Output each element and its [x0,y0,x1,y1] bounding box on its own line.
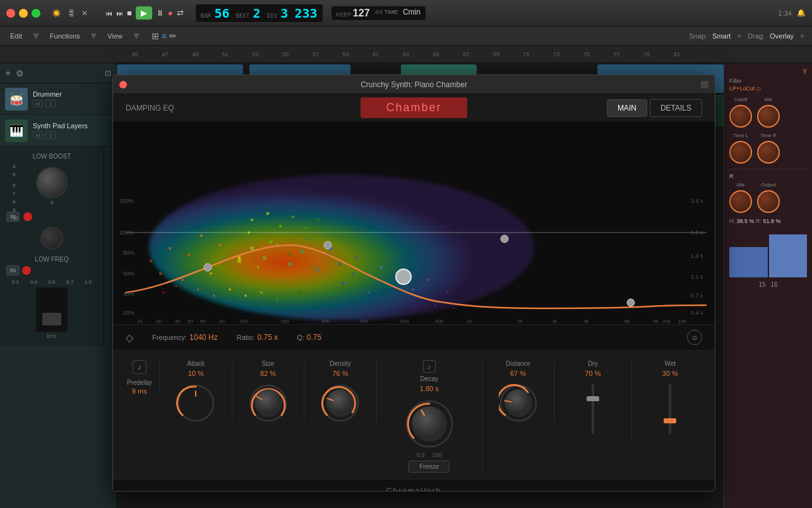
svg-point-67 [627,299,635,306]
main-btn[interactable]: MAIN [607,99,647,117]
stop-btn[interactable]: ■ [127,8,132,18]
plugin-close-btn[interactable] [119,81,127,88]
svg-point-46 [296,295,297,297]
record-indicator[interactable] [23,212,32,221]
wet-slider-thumb[interactable] [664,418,676,423]
density-value: 76 % [332,370,348,377]
view-menu[interactable]: View [104,31,126,41]
time-r-knob[interactable] [757,141,780,164]
traffic-lights [6,9,40,18]
controls-row: ♪ Predelay 9 ms Attack 10 % [113,351,715,479]
snap-value[interactable]: Smart [712,32,731,40]
minimize-icon[interactable] [19,9,28,18]
settings-circle-btn[interactable]: ⊙ [687,330,702,345]
output-group: Output [757,182,780,213]
functions-menu[interactable]: Functions [46,31,84,41]
predelay-note-btn[interactable]: ♪ [133,360,146,374]
right-toolbar: 1:34 🔔 [779,9,806,17]
r-value: 51.8 % [763,218,781,224]
record-btn[interactable]: ● [168,8,173,18]
plugin-header: Crunchy Synth: Piano Chamber [113,75,715,94]
maximize-icon[interactable] [32,9,40,18]
svg-point-10 [238,257,241,260]
dry-slider-thumb[interactable] [587,396,599,401]
density-label: Density [330,360,350,367]
fast-forward-btn[interactable]: ⏭ [116,9,123,17]
add-track-btn[interactable]: + [5,68,11,79]
synth-mute[interactable]: M [33,131,43,139]
mix-knob[interactable] [757,105,780,128]
collapse-btn[interactable]: ⊡ [105,69,111,78]
r-label: R [729,173,807,179]
beat-display: BEAT 2 [236,6,261,21]
record-indicator-2[interactable] [22,266,31,275]
svg-text:300: 300 [321,318,330,324]
damping-eq-label[interactable]: DAMPING EQ [126,104,361,112]
svg-point-66 [396,269,411,284]
svg-point-25 [412,289,414,291]
list-view-btn[interactable]: ≡ [162,31,167,41]
low-boost-knob[interactable] [36,167,68,198]
svg-point-58 [279,225,282,227]
ratio-label: Ratio: [237,334,255,341]
svg-point-17 [307,238,310,240]
mix2-knob[interactable] [729,190,752,213]
svg-point-56 [251,219,253,221]
pause-btn[interactable]: ⏸ [156,8,164,18]
in-btn-2[interactable]: IN [6,265,20,275]
output-knob[interactable] [757,190,780,213]
synth-icon: 🎹 [5,119,28,142]
plugin-expand-btn[interactable] [701,81,708,88]
cutoff-knob[interactable] [729,105,752,128]
rewind-btn[interactable]: ⏮ [105,9,112,17]
cutoff-label: Cutoff [734,97,747,102]
size-knob[interactable] [249,384,288,423]
svg-point-45 [277,298,278,300]
chromaverb-plugin: Crunchy Synth: Piano Chamber DAMPING EQ … [112,75,715,492]
size-label: Size [262,360,274,367]
key-display: Cmin [403,8,421,19]
svg-point-59 [292,215,294,218]
svg-point-18 [317,269,319,272]
decay-knob[interactable] [404,399,455,449]
drummer-solo[interactable]: S [45,100,56,107]
transport-controls: ⏮ ⏭ ■ ▶ ⏸ ● ⇄ [105,6,184,20]
close-icon[interactable] [6,9,15,18]
drummer-mute[interactable]: M [33,100,43,107]
drag-value[interactable]: Overlay [770,32,794,40]
track-item-drummer[interactable]: 🥁 Drummer M S [0,83,116,115]
time-lr-row: Time L Time R [729,133,807,164]
distance-knob[interactable] [499,384,538,423]
density-knob[interactable] [321,384,360,423]
grid-view-btn[interactable]: ⊞ [152,31,159,41]
svg-text:20k: 20k [662,318,671,324]
svg-point-33 [301,250,304,253]
play-btn[interactable]: ▶ [136,6,152,20]
freeze-btn[interactable]: Freeze [409,461,450,473]
time-l-knob[interactable] [729,141,752,164]
svg-point-20 [342,282,345,284]
pencil-btn[interactable]: ✏ [169,31,177,41]
attack-knob-svg[interactable] [176,384,215,423]
track-item-synth[interactable]: 🎹 Synth Pad Layers M S [0,115,116,147]
filter-type-value[interactable]: LP+LoCut ◇ [729,85,807,92]
chamber-button[interactable]: Chamber [361,97,467,118]
time-display: 1:34 [779,9,792,17]
decay-header: ♪ [423,360,436,373]
svg-text:1.4 s: 1.4 s [691,253,703,259]
edit-menu[interactable]: Edit [6,31,26,41]
loop-btn[interactable]: ⇄ [177,8,184,18]
svg-text:20%: 20% [123,310,134,316]
synth-solo[interactable]: S [45,131,56,139]
freq-slider[interactable] [36,287,68,332]
svg-point-53 [415,305,417,306]
decay-note-btn[interactable]: ♪ [423,360,436,373]
svg-text:100: 100 [239,318,248,324]
aux-knob[interactable] [40,227,63,250]
details-btn[interactable]: DETAILS [650,99,702,117]
decay-min: 0.3 [417,452,425,458]
distance-group: Distance 67 % [482,360,554,423]
settings-btn[interactable]: ⚙ [16,68,24,78]
wet-slider-track [669,384,671,434]
eq-display: 200% 100% 80% 60% 40% 20% 3.6 s 1.8 s 1.… [113,122,715,324]
